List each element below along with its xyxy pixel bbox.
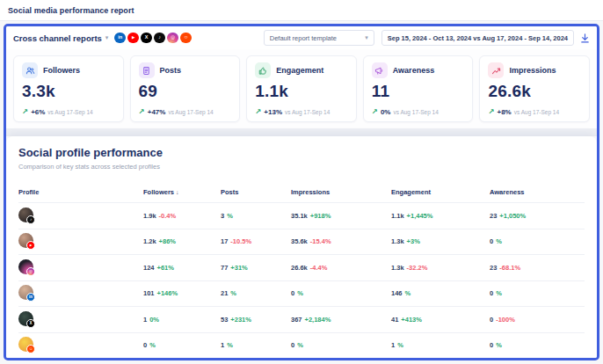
sort-desc-icon: ↓ <box>176 189 179 195</box>
kpi-change: +8% <box>498 108 512 116</box>
trend-up-icon: ↗ <box>488 107 494 116</box>
section-subtitle: Comparison of key stats across selected … <box>18 163 585 171</box>
engagement-cell: 1% <box>391 341 490 349</box>
date-range-label: Sep 15, 2024 - Oct 13, 2024 vs Aug 17, 2… <box>388 34 568 42</box>
impressions-icon <box>488 62 504 78</box>
kpi-change: +6% <box>31 108 45 116</box>
instagram-icon[interactable]: ◎ <box>167 33 178 44</box>
trend-up-icon: ↗ <box>22 107 28 116</box>
tiktok-badge-icon: ♪ <box>26 215 35 224</box>
followers-cell: 101+146% <box>143 289 221 297</box>
table-row[interactable]: ▶ 1.2k+86% 17-10.5% 35.6k-15.4% 1.3k+3% … <box>18 229 585 255</box>
posts-cell: 3% <box>221 212 291 220</box>
kpi-card-impressions: Impressions 26.6k ↗ +8% vs Aug 17-Sep 14 <box>479 55 590 122</box>
kpi-compare-label: vs Aug 17-Sep 14 <box>285 109 330 115</box>
avatar: ♪ <box>18 207 33 222</box>
channel-icon-row: in▶X♪◎☺ <box>114 33 192 44</box>
engagement-cell: 146% <box>391 289 490 297</box>
reddit-badge-icon: ☺ <box>26 345 35 353</box>
awareness-cell: 0% <box>490 341 585 349</box>
table-row[interactable]: in 101+146% 21% 0% 146% 0% <box>18 280 585 307</box>
awareness-cell: 23-68.1% <box>490 264 585 272</box>
column-header-awareness[interactable]: Awareness <box>490 188 585 196</box>
awareness-icon <box>372 62 388 78</box>
trend-up-icon: ↗ <box>372 107 378 116</box>
table-row[interactable]: X 10% 53+231% 367+2,184% 41+413% 0-100% <box>18 306 585 332</box>
followers-cell: 1.9k-0.4% <box>143 212 221 220</box>
table-row[interactable]: ♪ 1.9k-0.4% 3% 35.1k+918% 1.1k+1,445% 23… <box>18 202 585 229</box>
posts-cell: 17-10.5% <box>221 237 291 245</box>
impressions-cell: 0% <box>291 289 391 297</box>
linkedin-badge-icon: in <box>26 293 35 302</box>
template-select[interactable]: Default report template ▾ <box>264 30 374 46</box>
kpi-compare-label: vs Aug 17-Sep 14 <box>47 109 92 115</box>
engagement-cell: 1.1k+1,445% <box>391 212 490 220</box>
engagement-cell: 1.3k-32.2% <box>391 264 490 272</box>
chevron-down-icon[interactable]: ▾ <box>105 34 109 41</box>
youtube-icon[interactable]: ▶ <box>127 33 139 44</box>
avatar: ▶ <box>18 233 33 248</box>
awareness-cell: 0% <box>490 289 585 297</box>
impressions-cell: 26.6k-4.4% <box>291 264 391 272</box>
instagram-badge-icon: ◎ <box>26 267 35 276</box>
avatar: ☺ <box>18 337 33 352</box>
column-header-impressions[interactable]: Impressions <box>291 188 391 196</box>
kpi-card-engagement: Engagement 1.1k ↗ +13% vs Aug 17-Sep 14 <box>246 55 357 122</box>
followers-cell: 1.2k+86% <box>143 237 221 245</box>
avatar: X <box>18 311 33 326</box>
date-range-picker[interactable]: Sep 15, 2024 - Oct 13, 2024 vs Aug 17, 2… <box>381 30 574 46</box>
table-row[interactable]: ◎ 124+61% 77+31% 26.6k-4.4% 1.3k-32.2% 2… <box>18 254 585 280</box>
awareness-cell: 23+1,050% <box>490 212 585 220</box>
posts-cell: 1% <box>221 341 291 349</box>
app-header: Social media performance report <box>0 0 603 21</box>
impressions-cell: 35.1k+918% <box>291 212 391 220</box>
kpi-value: 11 <box>372 82 465 101</box>
followers-cell: 124+61% <box>143 264 221 272</box>
engagement-cell: 41+413% <box>391 316 490 324</box>
posts-cell: 21% <box>221 289 291 297</box>
column-header-profile[interactable]: Profile <box>18 188 143 196</box>
kpi-card-awareness: Awareness 11 ↗ 0% vs Aug 17-Sep 14 <box>363 55 474 122</box>
tiktok-icon[interactable]: ♪ <box>154 33 165 44</box>
kpi-compare-label: vs Aug 17-Sep 14 <box>514 109 559 115</box>
impressions-cell: 367+2,184% <box>291 316 391 324</box>
youtube-badge-icon: ▶ <box>26 241 35 250</box>
section-strip: Social profile performance <box>6 128 597 136</box>
section-title: Social profile performance <box>18 146 585 159</box>
trend-up-icon: ↗ <box>139 107 145 116</box>
report-toolbar: Cross channel reports ▾ in▶X♪◎☺ Default … <box>6 26 597 49</box>
kpi-compare-label: vs Aug 17-Sep 14 <box>393 109 438 115</box>
kpi-value: 69 <box>139 82 232 101</box>
kpi-change: 0% <box>381 108 391 116</box>
avatar: ◎ <box>18 259 33 274</box>
column-header-engagement[interactable]: Engagement <box>391 188 490 196</box>
kpi-change: +47% <box>148 108 166 116</box>
x-icon[interactable]: X <box>141 33 152 44</box>
reddit-icon[interactable]: ☺ <box>180 33 192 44</box>
profile-performance-card: Social profile performance Comparison of… <box>6 136 597 358</box>
followers-cell: 10% <box>143 316 221 324</box>
kpi-label: Followers <box>43 66 80 75</box>
awareness-cell: 0% <box>490 237 585 245</box>
engagement-icon <box>255 62 271 78</box>
kpi-label: Awareness <box>393 66 434 75</box>
followers-cell: 0% <box>143 341 221 349</box>
awareness-cell: 0-100% <box>490 316 585 324</box>
column-header-posts[interactable]: Posts <box>221 188 291 196</box>
download-icon[interactable] <box>580 33 590 43</box>
table-row[interactable]: ☺ 0% 1% 0% 1% 0% <box>18 332 585 359</box>
kpi-value: 1.1k <box>255 82 348 101</box>
kpi-label: Impressions <box>509 66 556 75</box>
linkedin-icon[interactable]: in <box>114 33 126 44</box>
template-select-value: Default report template <box>270 34 337 42</box>
report-panel: Cross channel reports ▾ in▶X♪◎☺ Default … <box>4 24 599 360</box>
chevron-down-icon: ▾ <box>365 34 368 41</box>
avatar: in <box>18 285 33 300</box>
x-badge-icon: X <box>26 319 35 328</box>
column-header-followers[interactable]: Followers↓ <box>143 188 221 196</box>
table-body: ♪ 1.9k-0.4% 3% 35.1k+918% 1.1k+1,445% 23… <box>18 202 585 358</box>
posts-cell: 77+31% <box>221 264 291 272</box>
report-name[interactable]: Cross channel reports <box>13 33 102 43</box>
kpi-value: 26.6k <box>488 82 581 101</box>
posts-cell: 53+231% <box>221 316 291 324</box>
